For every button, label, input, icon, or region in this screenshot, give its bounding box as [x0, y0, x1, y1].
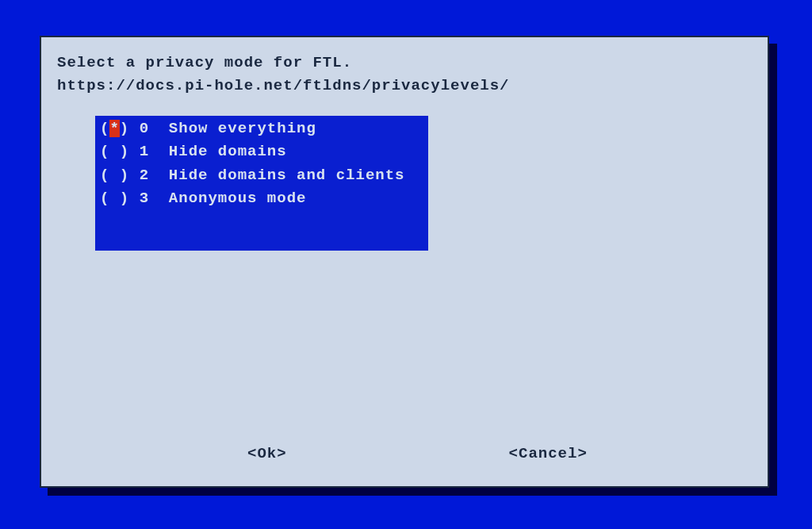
radio-mark [109, 143, 119, 160]
button-row: <Ok> <Cancel> [57, 445, 752, 475]
option-num: 2 [140, 167, 149, 184]
cancel-button[interactable]: <Cancel> [509, 445, 588, 462]
option-label: Hide domains and clients [169, 167, 405, 184]
options-list: (*) 0 Show everything ( ) 1 Hide domains… [95, 116, 428, 251]
radio-mark [109, 167, 119, 184]
option-2-hide-domains-and-clients[interactable]: ( ) 2 Hide domains and clients [100, 164, 423, 187]
dialog-header: Select a privacy mode for FTL. https://d… [57, 52, 752, 97]
option-1-hide-domains[interactable]: ( ) 1 Hide domains [100, 140, 423, 163]
option-3-anonymous-mode[interactable]: ( ) 3 Anonymous mode [100, 187, 423, 210]
option-label: Anonymous mode [169, 190, 307, 207]
option-0-show-everything[interactable]: (*) 0 Show everything [100, 117, 423, 140]
header-line-2: https://docs.pi-hole.net/ftldns/privacyl… [57, 77, 510, 94]
privacy-mode-dialog: Select a privacy mode for FTL. https://d… [40, 36, 769, 488]
option-label: Show everything [169, 120, 316, 137]
option-num: 1 [140, 143, 149, 160]
radio-mark: * [109, 120, 119, 137]
spacer [57, 251, 752, 445]
radio-mark [109, 190, 119, 207]
option-label: Hide domains [169, 143, 287, 160]
header-line-1: Select a privacy mode for FTL. [57, 54, 352, 71]
ok-button[interactable]: <Ok> [247, 445, 287, 462]
option-num: 0 [140, 120, 149, 137]
option-num: 3 [140, 190, 149, 207]
